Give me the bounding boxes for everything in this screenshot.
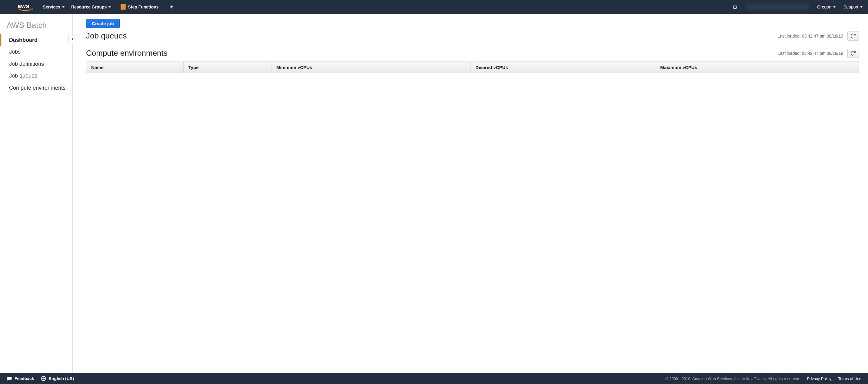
aws-smile-icon xyxy=(18,8,33,11)
create-job-button-label: Create job xyxy=(92,21,114,26)
pin-icon[interactable] xyxy=(169,4,173,10)
last-loaded-prefix: Last loaded: xyxy=(778,51,802,56)
job-queues-title: Job queues xyxy=(86,31,127,40)
create-job-button[interactable]: Create job xyxy=(86,19,120,28)
footer-terms-link[interactable]: Terms of Use xyxy=(838,377,861,381)
caret-down-icon xyxy=(108,6,111,8)
col-min-vcpus[interactable]: Minimum vCPUs xyxy=(272,62,470,73)
sidebar-item-label: Job queues xyxy=(9,73,37,79)
col-type[interactable]: Type xyxy=(183,62,271,73)
sidebar-item-label: Jobs xyxy=(9,49,21,55)
caret-down-icon xyxy=(833,6,836,8)
sidebar-item-job-queues[interactable]: Job queues xyxy=(0,70,72,82)
notifications-icon[interactable] xyxy=(732,4,738,10)
sidebar-collapse-toggle[interactable] xyxy=(68,35,76,43)
sidebar-item-dashboard[interactable]: Dashboard xyxy=(0,34,72,46)
chevron-left-icon xyxy=(71,37,73,40)
sidebar-item-jobs[interactable]: Jobs xyxy=(0,46,72,58)
last-loaded-value: 03:42:47 pm 08/18/19 xyxy=(802,51,843,56)
account-menu[interactable] xyxy=(746,4,809,10)
sidebar-item-label: Compute environments xyxy=(9,85,65,91)
aws-logo[interactable]: aws xyxy=(18,3,29,11)
nav-resource-groups[interactable]: Resource Groups xyxy=(71,4,111,9)
nav-support-label: Support xyxy=(843,4,858,9)
top-nav: aws Services Resource Groups Step Functi… xyxy=(0,0,868,14)
job-queues-last-loaded: Last loaded: 03:42:47 pm 08/18/19 xyxy=(778,34,843,38)
nav-pinned-service-label: Step Functions xyxy=(128,4,158,9)
sidebar-item-label: Job definitions xyxy=(9,61,44,67)
nav-support[interactable]: Support xyxy=(843,4,863,9)
sidebar-item-label: Dashboard xyxy=(9,37,37,43)
compute-environments-section: Compute environments Last loaded: 03:42:… xyxy=(86,49,859,73)
sidebar-nav: Dashboard Jobs Job definitions Job queue… xyxy=(0,34,72,94)
caret-down-icon xyxy=(860,6,863,8)
sidebar-item-job-definitions[interactable]: Job definitions xyxy=(0,58,72,70)
last-loaded-prefix: Last loaded: xyxy=(778,34,802,38)
footer-feedback[interactable]: Feedback xyxy=(7,376,34,381)
nav-resource-groups-label: Resource Groups xyxy=(71,4,106,9)
col-name[interactable]: Name xyxy=(86,62,184,73)
compute-environments-table: Name Type Minimum vCPUs Desired vCPUs Ma… xyxy=(86,62,859,73)
job-queues-refresh-button[interactable] xyxy=(847,32,859,40)
speech-bubble-icon xyxy=(7,376,12,381)
col-desired-vcpus[interactable]: Desired vCPUs xyxy=(470,62,655,73)
top-nav-left: aws Services Resource Groups Step Functi… xyxy=(5,3,173,11)
refresh-icon xyxy=(851,51,856,56)
footer-feedback-label: Feedback xyxy=(14,376,34,381)
globe-icon xyxy=(41,376,46,381)
caret-down-icon xyxy=(62,6,65,8)
compute-environments-refresh-button[interactable] xyxy=(847,49,859,58)
nav-pinned-service[interactable]: Step Functions xyxy=(121,4,158,10)
nav-services[interactable]: Services xyxy=(43,4,65,9)
job-queues-section: Job queues Last loaded: 03:42:47 pm 08/1… xyxy=(86,31,859,40)
footer-language-label: English (US) xyxy=(49,376,74,381)
compute-environments-title: Compute environments xyxy=(86,49,167,58)
nav-region[interactable]: Oregon xyxy=(817,4,836,9)
refresh-icon xyxy=(851,34,856,38)
col-max-vcpus[interactable]: Maximum vCPUs xyxy=(655,62,859,73)
sidebar: AWS Batch Dashboard Jobs Job definitions… xyxy=(0,14,73,373)
last-loaded-value: 03:42:47 pm 08/18/19 xyxy=(802,34,843,38)
step-functions-icon xyxy=(121,4,126,10)
top-nav-right: Oregon Support xyxy=(732,4,863,10)
main-content: Create job Job queues Last loaded: 03:42… xyxy=(73,14,868,373)
footer-language[interactable]: English (US) xyxy=(41,376,74,381)
nav-services-label: Services xyxy=(43,4,60,9)
compute-environments-last-loaded: Last loaded: 03:42:47 pm 08/18/19 xyxy=(778,51,843,56)
footer: Feedback English (US) © 2008 - 2019, Ama… xyxy=(0,373,868,384)
sidebar-service-title: AWS Batch xyxy=(0,20,72,34)
nav-region-label: Oregon xyxy=(817,4,831,9)
sidebar-item-compute-environments[interactable]: Compute environments xyxy=(0,82,72,94)
footer-copyright: © 2008 - 2019, Amazon Web Services, Inc.… xyxy=(665,377,800,381)
footer-privacy-link[interactable]: Privacy Policy xyxy=(807,377,832,381)
